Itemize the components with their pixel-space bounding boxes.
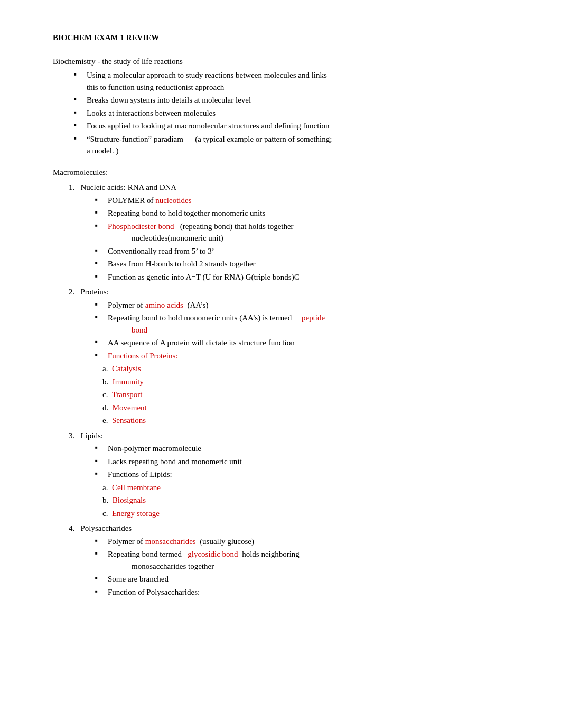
macromolecules-section: Macromolecules: 1. Nucleic acids: RNA an…: [53, 167, 513, 598]
bullet-item: Functions of Proteins:: [95, 350, 513, 362]
bullet-item: Breaks down systems into details at mole…: [74, 94, 513, 106]
alpha-item: a. Cell membrane: [102, 482, 513, 494]
lipids-bullets: Non-polymer macromolecule Lacks repeatin…: [69, 443, 513, 481]
alpha-item: c. Energy storage: [102, 508, 513, 520]
bullet-item: Phosphodiester bond (repeating bond) tha…: [95, 220, 513, 244]
biochemistry-definition: Biochemistry - the study of life reactio…: [53, 56, 513, 68]
list-item-lipids: 3. Lipids: Non-polymer macromolecule Lac…: [69, 430, 513, 520]
item-number: 2.: [69, 288, 79, 296]
item-label: Nucleic acids: RNA and DNA: [81, 183, 177, 191]
bullet-item: “Structure-function” paradiam (a typical…: [74, 133, 513, 157]
protein-bullets: Polymer of amino acids (AA’s) Repeating …: [69, 299, 513, 362]
bullet-item: Bases from H-bonds to hold 2 strands tog…: [95, 258, 513, 270]
bullet-item: Function as genetic info A=T (U for RNA)…: [95, 271, 513, 283]
item-label: Proteins:: [81, 288, 109, 296]
alpha-item: e. Sensations: [102, 414, 513, 427]
alpha-item: c. Transport: [102, 389, 513, 401]
bullet-item: Non-polymer macromolecule: [95, 443, 513, 455]
bullet-item: AA sequence of A protein will dictate it…: [95, 337, 513, 349]
protein-functions-list: a. Catalysis b. Immunity c. Transport d.…: [69, 363, 513, 427]
page-title: BIOCHEM EXAM 1 REVIEW: [53, 32, 513, 44]
intro-bullet-list: Using a molecular approach to study reac…: [53, 69, 513, 157]
bullet-item: Functions of Lipids:: [95, 468, 513, 481]
bullet-item: Looks at interactions between molecules: [74, 107, 513, 119]
item-number: 1.: [69, 183, 79, 191]
bullet-item: Function of Polysaccharides:: [95, 586, 513, 598]
alpha-item: a. Catalysis: [102, 363, 513, 375]
item-label: Polysaccharides: [81, 524, 132, 532]
macromolecules-list: 1. Nucleic acids: RNA and DNA POLYMER of…: [53, 181, 513, 598]
list-item-nucleic: 1. Nucleic acids: RNA and DNA POLYMER of…: [69, 181, 513, 283]
lipids-functions-list: a. Cell membrane b. Biosignals c. Energy…: [69, 482, 513, 520]
bullet-item: Repeating bond to hold monomeric units (…: [95, 312, 513, 336]
bullet-item: Lacks repeating bond and monomeric unit: [95, 456, 513, 468]
nucleic-bullets: POLYMER of nucleotides Repeating bond to…: [69, 195, 513, 283]
bullet-item: Polymer of monsaccharides (usually gluco…: [95, 536, 513, 548]
intro-section: Biochemistry - the study of life reactio…: [53, 56, 513, 157]
bullet-item: Using a molecular approach to study reac…: [74, 69, 513, 93]
bullet-item: Some are branched: [95, 573, 513, 585]
alpha-item: b. Immunity: [102, 376, 513, 388]
polysaccharides-bullets: Polymer of monsaccharides (usually gluco…: [69, 536, 513, 598]
bullet-item: POLYMER of nucleotides: [95, 195, 513, 207]
list-item-polysaccharides: 4. Polysaccharides Polymer of monsacchar…: [69, 522, 513, 598]
item-number: 3.: [69, 431, 79, 440]
macromolecules-title: Macromolecules:: [53, 167, 513, 179]
bullet-item: Repeating bond termed glycosidic bond ho…: [95, 548, 513, 572]
alpha-item: d. Movement: [102, 402, 513, 414]
bullet-item: Repeating bond to hold together monomeri…: [95, 207, 513, 219]
item-label: Lipids:: [81, 431, 104, 440]
item-number: 4.: [69, 524, 79, 532]
list-item-proteins: 2. Proteins: Polymer of amino acids (AA’…: [69, 286, 513, 427]
alpha-item: b. Biosignals: [102, 494, 513, 506]
bullet-item: Focus applied to looking at macromolecul…: [74, 120, 513, 132]
bullet-item: Conventionally read from 5’ to 3’: [95, 245, 513, 257]
bullet-item: Polymer of amino acids (AA’s): [95, 299, 513, 311]
